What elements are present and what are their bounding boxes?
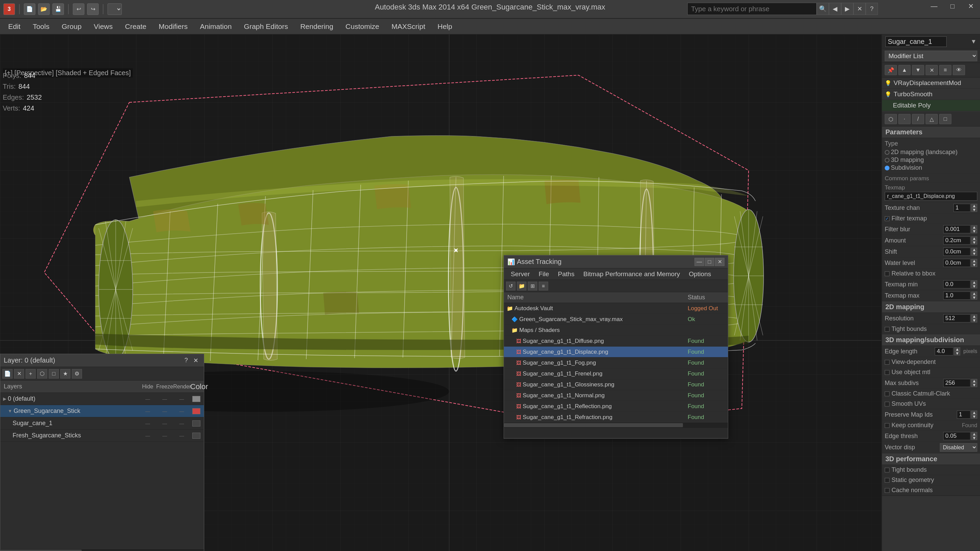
max-subdivs-input[interactable] (943, 379, 970, 387)
maximize-button[interactable]: □ (943, 0, 962, 12)
open-file-icon[interactable]: 📂 (38, 3, 50, 15)
search-input[interactable] (687, 3, 817, 15)
resolution-down[interactable]: ▼ (971, 318, 977, 322)
asset-list-icon[interactable]: ≡ (539, 282, 548, 291)
view-dependent-checkbox[interactable] (885, 360, 889, 365)
cache-normals-row[interactable]: Cache normals (882, 485, 980, 495)
type-3d-option[interactable]: 3D mapping (885, 156, 977, 164)
redo-icon[interactable]: ↪ (87, 3, 99, 15)
save-file-icon[interactable]: 💾 (52, 3, 64, 15)
asset-maximize-button[interactable]: □ (705, 258, 714, 266)
amount-input[interactable] (943, 237, 970, 245)
mod-icon-face[interactable]: △ (926, 114, 938, 124)
layers-scrollbar-thumb[interactable] (0, 549, 82, 551)
asset-refresh-icon[interactable]: ↺ (506, 282, 515, 291)
relative-bbox-row[interactable]: Relative to bbox (882, 269, 980, 279)
layer-fresh-sticks-color[interactable] (192, 433, 200, 439)
texmap-max-spinner[interactable]: ▲ ▼ (943, 292, 977, 300)
minimize-button[interactable]: — (925, 0, 943, 12)
modifier-list-dropdown[interactable]: Modifier List (885, 51, 977, 61)
keep-continuity-row[interactable]: Keep continuity Found (882, 421, 980, 430)
layer-sugarcane-expand-icon[interactable]: ▼ (8, 408, 12, 414)
menu-edit[interactable]: Edit (3, 21, 26, 33)
tight-bounds-2d-row[interactable]: Tight bounds (882, 324, 980, 334)
layers-highlight-btn[interactable]: ★ (60, 369, 70, 379)
mod-icon-vertex[interactable]: · (898, 114, 911, 124)
asset-menu-bitmap[interactable]: Bitmap Performance and Memory (579, 269, 684, 279)
shift-spinner[interactable]: ▲ ▼ (943, 248, 977, 256)
layer-0-render[interactable]: — (173, 396, 190, 402)
edge-length-input[interactable] (935, 347, 953, 356)
asset-grid-icon[interactable]: ⊞ (528, 282, 537, 291)
mod-icon-select[interactable]: ⬡ (885, 114, 897, 124)
filter-texmap-checkbox[interactable] (885, 216, 889, 221)
modifier-item-vray-displacement[interactable]: 💡 VRayDisplacementMod (882, 78, 980, 89)
modifier-move-up-icon[interactable]: ▲ (898, 65, 911, 75)
modifier-item-turbosmooth[interactable]: 💡 TurboSmooth (882, 89, 980, 100)
layer-sugarcane-render[interactable]: — (173, 408, 190, 414)
resolution-spinner[interactable]: ▲ ▼ (943, 314, 977, 322)
layers-close-button[interactable]: ✕ (191, 357, 200, 364)
asset-horizontal-scrollbar[interactable] (504, 422, 728, 427)
filter-texmap-row[interactable]: Filter texmap (882, 214, 980, 224)
shift-down[interactable]: ▼ (971, 252, 977, 256)
layers-new-btn[interactable]: 📄 (2, 369, 13, 379)
preserve-map-spinner[interactable]: ▲ ▼ (957, 411, 977, 419)
asset-folder-icon[interactable]: 📁 (517, 282, 527, 291)
tight-bounds-3d-checkbox[interactable] (885, 468, 889, 472)
texmap-max-down[interactable]: ▼ (971, 295, 977, 300)
texmap-min-down[interactable]: ▼ (971, 284, 977, 288)
layer-row-sugarcane[interactable]: ▼ Green_Sugarcane_Stick — — — (0, 405, 204, 417)
type-subdivision-radio[interactable] (885, 166, 889, 170)
texmap-max-input[interactable] (943, 292, 970, 300)
layer-sugarcane-color[interactable] (192, 408, 200, 414)
asset-row-fog[interactable]: 🖼 Sugar_cane_g1_t1_Fog.png Found (504, 357, 728, 368)
amount-down[interactable]: ▼ (971, 240, 977, 245)
search-next-icon[interactable]: ▶ (841, 3, 853, 15)
asset-close-button[interactable]: ✕ (715, 258, 724, 266)
relative-bbox-checkbox[interactable] (885, 272, 889, 276)
delete-modifier-icon[interactable]: ✕ (926, 65, 938, 75)
menu-maxscript[interactable]: MAXScript (386, 21, 431, 33)
edge-thresh-spinner[interactable]: ▲ ▼ (943, 432, 977, 440)
modifier-move-down-icon[interactable]: ▼ (912, 65, 924, 75)
menu-customize[interactable]: Customize (340, 21, 385, 33)
layer-sugarcane-hide[interactable]: — (139, 408, 156, 414)
layers-add-selection-btn[interactable]: + (25, 369, 36, 379)
layers-select-btn[interactable]: ⬡ (37, 369, 47, 379)
help-icon[interactable]: ? (865, 3, 878, 15)
layer-fresh-sticks-render[interactable]: — (173, 433, 190, 438)
asset-row-refraction[interactable]: 🖼 Sugar_cane_g1_t1_Refraction.png Found (504, 412, 728, 422)
layers-settings-btn[interactable]: ⚙ (72, 369, 82, 379)
layers-help-button[interactable]: ? (182, 357, 190, 364)
keep-continuity-checkbox[interactable] (885, 423, 889, 428)
workspace-selector[interactable]: Workspace: Default (108, 3, 122, 15)
menu-help[interactable]: Help (432, 21, 458, 33)
layer-fresh-sticks-freeze[interactable]: — (156, 433, 173, 438)
layer-sugar-cane-1-render[interactable]: — (173, 421, 190, 426)
layer-sugar-cane-1-hide[interactable]: — (139, 421, 156, 426)
static-geometry-row[interactable]: Static geometry (882, 475, 980, 485)
shift-input[interactable] (943, 248, 970, 256)
name-dropdown-icon[interactable]: ▼ (970, 38, 977, 45)
filter-blur-input[interactable] (943, 225, 970, 233)
layer-sugar-cane-1-color[interactable] (192, 421, 200, 427)
layer-0-expand-icon[interactable]: ▶ (3, 396, 6, 401)
asset-row-glossiness[interactable]: 🖼 Sugar_cane_g1_t1_Glossiness.png Found (504, 379, 728, 390)
layer-sugarcane-freeze[interactable]: — (156, 408, 173, 414)
layer-sugar-cane-1-freeze[interactable]: — (156, 421, 173, 426)
edge-length-spinner[interactable]: ▲ ▼ (935, 347, 960, 356)
menu-views[interactable]: Views (89, 21, 118, 33)
menu-group[interactable]: Group (56, 21, 87, 33)
texture-chan-spinner[interactable]: ▲ ▼ (953, 204, 977, 212)
asset-row-vault[interactable]: 📁 Autodesk Vault Logged Out (504, 303, 728, 314)
layers-delete-btn[interactable]: ✕ (14, 369, 24, 379)
vector-disp-select[interactable]: Disabled Object XYZ Tangent (940, 443, 977, 452)
pin-icon[interactable]: 📌 (885, 65, 897, 75)
menu-modifiers[interactable]: Modifiers (153, 21, 193, 33)
use-object-mtl-checkbox[interactable] (885, 370, 889, 375)
texture-chan-input[interactable] (953, 204, 970, 212)
menu-animation[interactable]: Animation (194, 21, 237, 33)
preserve-map-down[interactable]: ▼ (971, 414, 977, 419)
cache-normals-checkbox[interactable] (885, 488, 889, 493)
